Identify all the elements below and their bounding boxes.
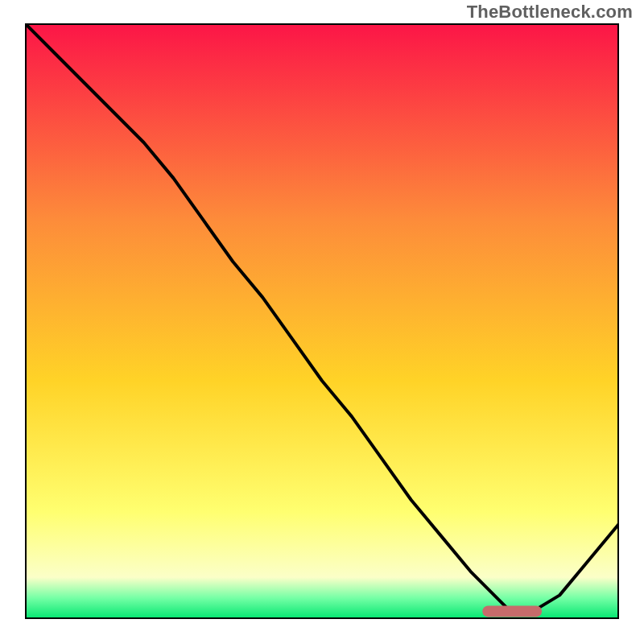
optimal-range-marker	[482, 605, 542, 617]
plot-area	[25, 23, 619, 619]
chart-container: TheBottleneck.com	[0, 0, 644, 644]
plot-svg	[25, 23, 619, 619]
attribution-text: TheBottleneck.com	[467, 2, 633, 23]
